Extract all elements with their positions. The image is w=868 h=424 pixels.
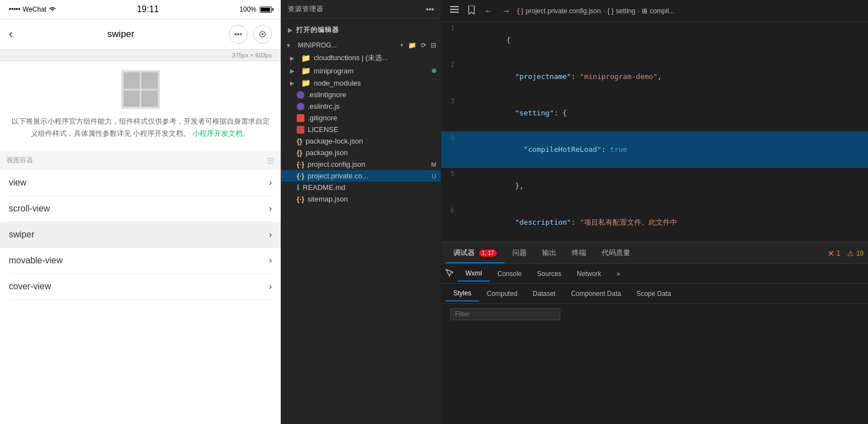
package-json-icon: {}: [297, 149, 302, 157]
subtab-scope-data-label: Scope Data: [636, 290, 671, 298]
toolbar-tab-more-label: »: [617, 270, 620, 278]
file-eslintrc[interactable]: .eslintrc.js: [281, 100, 441, 112]
nav-item-cover-view-label: cover-view: [9, 282, 51, 292]
tab-output[interactable]: 输出: [534, 243, 564, 263]
tab-debugger[interactable]: 调试器 1, 17: [446, 243, 505, 263]
more-options-icon[interactable]: •••: [426, 5, 434, 14]
phone-content[interactable]: 以下将展示小程序官方组件能力，组件样式仅供参考，开发者可根据自身需求自定义组件样…: [0, 61, 281, 424]
file-package-json[interactable]: {} package.json: [281, 147, 441, 158]
folder-node-modules[interactable]: ▶ 📁 node_modules: [281, 77, 441, 89]
subtab-styles-label: Styles: [453, 289, 471, 297]
subtab-styles[interactable]: Styles: [446, 286, 479, 301]
node-modules-chevron: ▶: [290, 80, 294, 86]
editor-area[interactable]: 1 { 2 "projectname": "miniprogram-demo",…: [441, 22, 868, 242]
sitemap-icon: {·}: [297, 195, 304, 203]
root-chevron: ▼: [286, 43, 291, 49]
record-button[interactable]: [253, 25, 272, 44]
phone-description: 以下将展示小程序官方组件能力，组件样式仅供参考，开发者可根据自身需求自定义组件样…: [9, 115, 272, 140]
gitignore-label: .gitignore: [308, 114, 337, 122]
file-eslintignore[interactable]: .eslintignore: [281, 89, 441, 100]
open-editors-section: ▶ 打开的编辑器: [281, 21, 441, 39]
new-folder-icon[interactable]: 📁: [408, 41, 416, 49]
sitemap-label: sitemap.json: [308, 195, 348, 203]
placeholder-image-container: [9, 70, 272, 109]
file-gitignore[interactable]: .gitignore: [281, 112, 441, 124]
package-json-label: package.json: [306, 149, 348, 157]
warn-triangle-icon: ⚠: [847, 249, 854, 258]
file-package-lock[interactable]: {} package-lock.json: [281, 135, 441, 147]
breadcrumb-filename: project.private.config.json: [526, 7, 601, 15]
breadcrumb: {·} project.private.config.json › { } se…: [517, 7, 861, 15]
file-readme[interactable]: ℹ README.md: [281, 182, 441, 193]
readme-label: README.md: [303, 183, 345, 192]
node-modules-label: node_modules: [314, 79, 361, 87]
folder-miniprogram[interactable]: ▶ 📁 miniprogram: [281, 65, 441, 77]
battery-percent: 100%: [239, 6, 256, 13]
eslintrc-icon: [297, 103, 304, 110]
warn-badge: ⚠ 19: [847, 249, 864, 258]
tab-debugger-label: 调试器: [453, 248, 475, 257]
file-tree[interactable]: ▶ 打开的编辑器 ▼ MINIPROG... + 📁 ⟳ ⊟ ▶ 📁 cloud…: [281, 19, 441, 424]
back-nav-icon[interactable]: ←: [482, 4, 495, 18]
file-sitemap[interactable]: {·} sitemap.json: [281, 193, 441, 205]
breadcrumb-setting-label: setting: [616, 7, 635, 15]
subtab-computed[interactable]: Computed: [479, 287, 525, 301]
root-folder-header[interactable]: ▼ MINIPROG... + 📁 ⟳ ⊟: [281, 39, 441, 51]
code-line-5: 5 },: [441, 168, 868, 204]
license-icon: [297, 126, 304, 134]
placeholder-grid: [121, 70, 160, 109]
tab-problems[interactable]: 问题: [505, 243, 534, 263]
toolbar-tab-wxml[interactable]: Wxml: [458, 266, 490, 282]
subtab-component-data[interactable]: Component Data: [563, 287, 629, 301]
nav-title: swiper: [18, 29, 223, 40]
code-line-6: 6 "description": "项目私有配置文件。此文件中: [441, 204, 868, 241]
element-selector-icon[interactable]: [446, 269, 453, 278]
toolbar-tab-network[interactable]: Network: [569, 267, 609, 281]
nav-item-view[interactable]: view ›: [9, 170, 272, 196]
miniprogram-label: miniprogram: [314, 67, 353, 75]
toolbar-tab-sources[interactable]: Sources: [529, 267, 569, 281]
toolbar-tab-sources-label: Sources: [537, 270, 561, 278]
folder-cloudfunctions[interactable]: ▶ 📁 cloudfunctions | (未选...: [281, 51, 441, 65]
collapse-icon[interactable]: ⊟: [431, 41, 436, 49]
open-editors-label: 打开的编辑器: [296, 25, 339, 35]
nav-item-swiper[interactable]: swiper ›: [0, 222, 281, 248]
toolbar-tab-console[interactable]: Console: [490, 267, 529, 281]
back-button[interactable]: ‹: [9, 27, 13, 41]
subtab-component-data-label: Component Data: [571, 290, 621, 298]
filter-input[interactable]: [450, 308, 560, 320]
subtab-dataset[interactable]: Dataset: [525, 287, 563, 301]
section-header: 视图容器 ⊞: [0, 151, 281, 170]
debugger-badge: 1, 17: [479, 250, 497, 257]
forward-nav-icon[interactable]: →: [500, 4, 513, 18]
open-editors-header[interactable]: ▶ 打开的编辑器: [281, 23, 441, 37]
file-project-config[interactable]: {·} project.config.json M: [281, 158, 441, 170]
file-project-private[interactable]: {·} project.private.co... U: [281, 170, 441, 182]
file-license[interactable]: LICENSE: [281, 124, 441, 135]
subtab-scope-data[interactable]: Scope Data: [629, 287, 679, 301]
project-config-icon: {·}: [297, 160, 304, 168]
nav-item-cover-view[interactable]: cover-view ›: [9, 274, 272, 300]
error-badge: ✕ 1: [828, 249, 840, 258]
refresh-icon[interactable]: ⟳: [421, 41, 426, 49]
nav-item-scroll-view[interactable]: scroll-view ›: [9, 196, 272, 222]
new-file-icon[interactable]: +: [400, 41, 404, 49]
nav-item-movable-view[interactable]: movable-view ›: [9, 248, 272, 274]
list-view-icon[interactable]: [448, 4, 461, 18]
toolbar-tab-more[interactable]: »: [609, 267, 628, 281]
code-line-1: 1 {: [441, 22, 868, 59]
tab-code-quality[interactable]: 代码质量: [594, 243, 638, 263]
line-num-6: 6: [441, 204, 463, 216]
docs-link[interactable]: 小程序开发文档: [192, 129, 243, 137]
warn-count: 19: [856, 250, 864, 257]
bookmark-icon[interactable]: [465, 3, 478, 19]
readme-icon: ℹ: [297, 183, 299, 192]
cloudfunctions-label: cloudfunctions | (未选...: [314, 53, 388, 63]
tab-terminal[interactable]: 终端: [564, 243, 594, 263]
line-content-3: "setting": {: [463, 95, 868, 131]
statusbar-time: 19:11: [137, 4, 159, 14]
editor-content[interactable]: 1 { 2 "projectname": "miniprogram-demo",…: [441, 22, 868, 242]
subtab-dataset-label: Dataset: [533, 290, 555, 298]
nav-arrow-movable-view: ›: [269, 256, 272, 266]
more-button[interactable]: •••: [229, 25, 248, 44]
